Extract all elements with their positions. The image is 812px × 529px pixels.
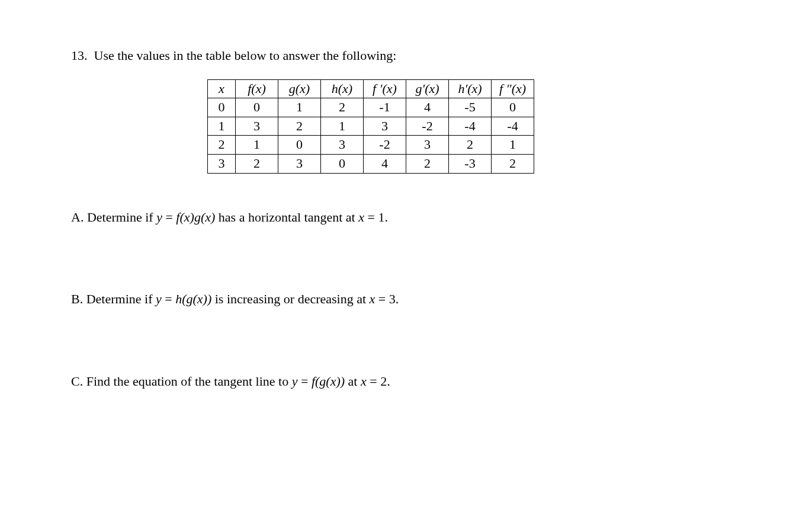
th-hx: h(x) [321, 79, 364, 98]
cell-gx: 2 [278, 117, 321, 136]
cell-hx: 3 [321, 136, 364, 155]
question-b: B. Determine if y = h(g(x)) is increasin… [71, 291, 741, 308]
cell-hpx: -5 [449, 98, 492, 117]
qc-mid: at [348, 374, 361, 389]
qa-label: A. Determine if [71, 210, 156, 225]
cell-fx: 2 [236, 154, 278, 173]
th-fpx: f ′(x) [364, 79, 406, 98]
table-row: 0 0 1 2 -1 4 -5 0 [208, 98, 534, 117]
problem-number: 13. [71, 48, 88, 63]
th-fx: f(x) [236, 79, 278, 98]
cell-x: 3 [208, 154, 236, 173]
qa-mid: has a horizontal tangent at [219, 210, 358, 225]
th-fppx: f ″(x) [492, 79, 534, 98]
qc-eq: = [297, 374, 311, 389]
qb-fn: h(g(x)) [175, 291, 211, 306]
cell-fpx: -1 [364, 98, 406, 117]
cell-fx: 0 [236, 98, 278, 117]
th-gx: g(x) [278, 79, 321, 98]
values-table: x f(x) g(x) h(x) f ′(x) g′(x) h′(x) f ″(… [207, 79, 534, 174]
problem-header: 13. Use the values in the table below to… [71, 47, 741, 65]
cell-gpx: 3 [406, 136, 449, 155]
qc-fn: f(g(x)) [312, 374, 345, 389]
qb-mid: is increasing or decreasing at [215, 291, 370, 306]
qb-x: x [370, 291, 375, 306]
cell-hx: 1 [321, 117, 364, 136]
th-gpx: g′(x) [406, 79, 449, 98]
qc-x: x [361, 374, 367, 389]
cell-gpx: 2 [406, 154, 449, 173]
question-a: A. Determine if y = f(x)g(x) has a horiz… [71, 209, 741, 226]
cell-hpx: -4 [449, 117, 492, 136]
cell-hx: 0 [321, 154, 364, 173]
qb-end: . [396, 291, 399, 306]
qc-label: C. Find the equation of the tangent line… [71, 374, 292, 389]
qc-val: = 2 [367, 374, 387, 389]
qb-label: B. Determine if [71, 291, 156, 306]
table-row: 1 3 2 1 3 -2 -4 -4 [208, 117, 534, 136]
cell-fppx: 0 [492, 98, 534, 117]
cell-fpx: 4 [364, 154, 406, 173]
table-row: 2 1 0 3 -2 3 2 1 [208, 136, 534, 155]
cell-x: 0 [208, 98, 236, 117]
cell-x: 2 [208, 136, 236, 155]
qc-end: . [387, 374, 390, 389]
qb-val: = 3 [375, 291, 395, 306]
question-c: C. Find the equation of the tangent line… [71, 373, 741, 390]
cell-fppx: 1 [492, 136, 534, 155]
qa-fn: f(x)g(x) [176, 210, 215, 225]
cell-fx: 3 [236, 117, 278, 136]
cell-fppx: -4 [492, 117, 534, 136]
cell-hpx: -3 [449, 154, 492, 173]
cell-gx: 3 [278, 154, 321, 173]
table-wrapper: x f(x) g(x) h(x) f ′(x) g′(x) h′(x) f ″(… [207, 79, 741, 174]
qb-eq: = [162, 291, 175, 306]
cell-fx: 1 [236, 136, 278, 155]
th-x: x [208, 79, 236, 98]
qb-y: y [156, 291, 162, 306]
cell-hpx: 2 [449, 136, 492, 155]
cell-hx: 2 [321, 98, 364, 117]
th-hpx: h′(x) [449, 79, 492, 98]
problem-intro: Use the values in the table below to ans… [94, 48, 397, 63]
cell-gx: 0 [278, 136, 321, 155]
cell-gpx: 4 [406, 98, 449, 117]
cell-fpx: 3 [364, 117, 406, 136]
qa-x: x [358, 210, 364, 225]
cell-fppx: 2 [492, 154, 534, 173]
cell-x: 1 [208, 117, 236, 136]
qa-eq: = [162, 210, 176, 225]
cell-fpx: -2 [364, 136, 406, 155]
cell-gpx: -2 [406, 117, 449, 136]
qa-val: = 1 [364, 210, 384, 225]
table-header-row: x f(x) g(x) h(x) f ′(x) g′(x) h′(x) f ″(… [208, 79, 534, 98]
qa-end: . [384, 210, 388, 225]
table-row: 3 2 3 0 4 2 -3 2 [208, 154, 534, 173]
qa-y: y [156, 210, 162, 225]
cell-gx: 1 [278, 98, 321, 117]
